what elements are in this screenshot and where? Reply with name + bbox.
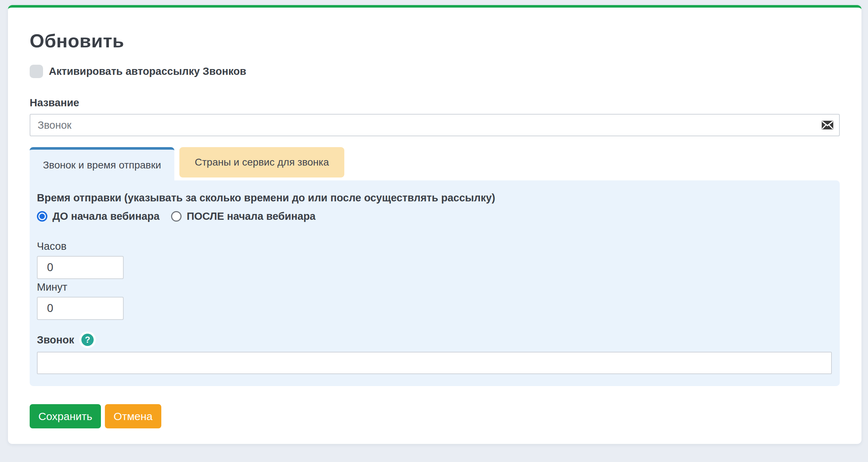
question-glyph: ? xyxy=(81,334,94,346)
hours-input[interactable] xyxy=(37,256,124,279)
envelope-icon xyxy=(822,121,833,130)
name-field-label: Название xyxy=(30,97,840,109)
activation-label: Активировать авторассылку Звонков xyxy=(49,65,246,77)
call-input[interactable] xyxy=(37,352,832,374)
name-input[interactable] xyxy=(30,114,840,136)
send-time-heading: Время отправки (указывать за сколько вре… xyxy=(37,192,832,204)
update-form-card: Обновить Активировать авторассылку Звонк… xyxy=(8,5,861,444)
radio-row: ДО начала вебинара ПОСЛЕ начала вебинара xyxy=(37,210,832,222)
send-time-panel: Время отправки (указывать за сколько вре… xyxy=(30,180,840,386)
page-title: Обновить xyxy=(30,30,840,52)
minutes-label: Минут xyxy=(37,281,832,293)
hours-label: Часов xyxy=(37,240,832,252)
cancel-button[interactable]: Отмена xyxy=(105,404,161,428)
call-label-row: Звонок ? xyxy=(37,331,832,348)
radio-after-label: ПОСЛЕ начала вебинара xyxy=(187,210,315,222)
actions-row: Сохранить Отмена xyxy=(30,404,840,428)
radio-group-before: ДО начала вебинара xyxy=(37,210,159,222)
radio-after-webinar[interactable] xyxy=(171,211,182,222)
radio-before-webinar[interactable] xyxy=(37,211,47,222)
question-circle-icon[interactable]: ? xyxy=(79,331,96,348)
radio-group-after: ПОСЛЕ начала вебинара xyxy=(171,210,315,222)
name-field-wrap xyxy=(30,114,840,136)
radio-before-label: ДО начала вебинара xyxy=(52,210,159,222)
activation-row: Активировать авторассылку Звонков xyxy=(30,65,840,78)
save-button[interactable]: Сохранить xyxy=(30,404,101,428)
activation-checkbox[interactable] xyxy=(30,65,43,78)
tabs: Звонок и время отправки Страны и сервис … xyxy=(30,147,840,180)
tab-countries-and-service[interactable]: Страны и сервис для звонка xyxy=(179,147,344,177)
tab-call-and-send-time[interactable]: Звонок и время отправки xyxy=(30,147,174,180)
minutes-input[interactable] xyxy=(37,297,124,320)
call-label: Звонок xyxy=(37,334,74,346)
